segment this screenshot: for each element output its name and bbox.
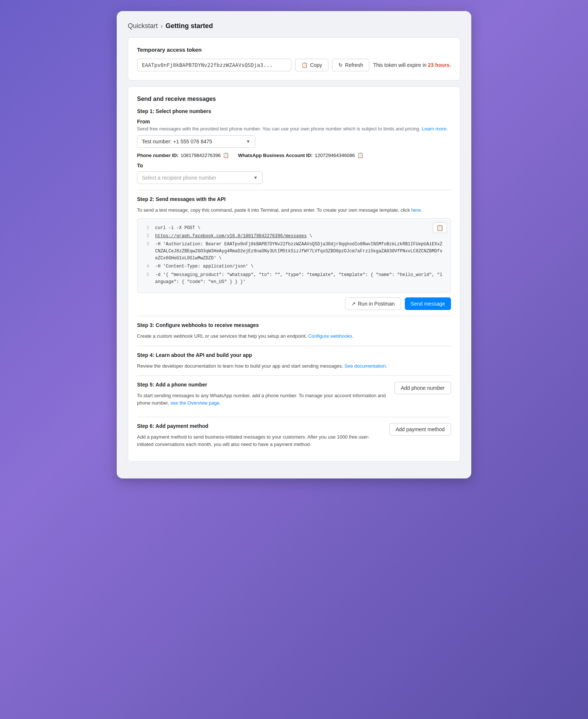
divider-1 (137, 190, 451, 190)
step3-desc: Create a custom webhook URL or use servi… (137, 333, 451, 340)
divider-4 (137, 375, 451, 376)
code-block: 📋 1 curl -i -X POST \ 2 https://graph.fa… (137, 218, 451, 293)
code-line-2: 2 https://graph.facebook.com/v16.0/10817… (143, 233, 445, 240)
action-row: ↗ Run in Postman Send message (137, 297, 451, 310)
step5-content: Step 5: Add a phone number To start send… (137, 382, 389, 411)
step5-row: Step 5: Add a phone number To start send… (137, 382, 451, 411)
code-copy-button[interactable]: 📋 (433, 222, 447, 233)
step2-title: Step 2: Send messages with the API (137, 196, 451, 202)
token-expiry: This token will expire in 23 hours. (373, 62, 451, 68)
copy-label: Copy (310, 62, 322, 68)
phone-id-row: Phone number ID: 108179842276396 📋 Whats… (137, 152, 451, 158)
send-section-title: Send and receive messages (137, 96, 451, 102)
step1-title: Step 1: Select phone numbers (137, 108, 451, 114)
token-input[interactable] (137, 59, 291, 71)
step3-title: Step 3: Configure webhooks to receive me… (137, 322, 451, 328)
from-dropdown[interactable]: Test number: +1 555 076 8475 ▼ (137, 135, 255, 148)
here-link[interactable]: here. (411, 207, 422, 213)
step6-title: Step 6: Add payment method (137, 423, 383, 429)
main-card: Quickstart › Getting started Temporary a… (117, 11, 471, 478)
code-line-5: 5 -d '{ "messaging_product": "whatsapp",… (143, 272, 445, 286)
to-label: To (137, 163, 451, 168)
add-phone-number-button[interactable]: Add phone number (394, 382, 451, 394)
to-section: To Select a recipient phone number ▼ (137, 163, 451, 184)
step5-title: Step 5: Add a phone number (137, 382, 389, 388)
step6-action: Add payment method (389, 423, 451, 436)
waba-label: WhatsApp Business Account ID: (238, 153, 312, 158)
step6-desc: Add a payment method to send business-in… (137, 433, 383, 448)
see-documentation-link[interactable]: See documentation. (345, 363, 387, 369)
copy-icon: 📋 (301, 62, 308, 68)
token-row: 📋 Copy ↻ Refresh This token will expire … (137, 59, 451, 71)
step6-row: Step 6: Add payment method Add a payment… (137, 423, 451, 452)
step5-desc: To start sending messages to any WhatsAp… (137, 392, 389, 406)
chevron-down-icon: ▼ (246, 139, 250, 144)
refresh-label: Refresh (345, 62, 363, 68)
run-in-postman-button[interactable]: ↗ Run in Postman (345, 297, 401, 310)
from-dropdown-value: Test number: +1 555 076 8475 (142, 139, 212, 144)
phone-id-value: 108179842276396 (181, 153, 220, 158)
step5-action: Add phone number (394, 382, 451, 394)
configure-webhooks-link[interactable]: Configure webhooks. (308, 333, 353, 339)
step2-desc: To send a test message, copy this comman… (137, 207, 451, 214)
breadcrumb-current: Getting started (165, 22, 213, 30)
step4-title: Step 4: Learn about the API and build yo… (137, 352, 451, 358)
add-payment-method-button[interactable]: Add payment method (389, 423, 451, 436)
step4-desc: Review the developer documentation to le… (137, 362, 451, 370)
refresh-icon: ↻ (338, 62, 343, 68)
waba-copy-icon[interactable]: 📋 (357, 152, 363, 158)
token-card-title: Temporary access token (137, 47, 451, 53)
from-desc: Send free messages with the provided tes… (137, 126, 451, 132)
waba-item: WhatsApp Business Account ID: 1207294643… (238, 152, 363, 158)
code-line-3: 3 -H 'Authorization: Bearer EAATpv0nFj8k… (143, 241, 445, 262)
copy-button[interactable]: 📋 Copy (295, 59, 328, 71)
divider-3 (137, 346, 451, 346)
breadcrumb-parent[interactable]: Quickstart (128, 22, 158, 30)
breadcrumb-separator: › (161, 23, 163, 30)
external-link-icon: ↗ (351, 301, 356, 307)
divider-5 (137, 417, 451, 417)
phone-id-label: Phone number ID: (137, 153, 178, 158)
step6-content: Step 6: Add payment method Add a payment… (137, 423, 383, 452)
waba-value: 120729464346086 (315, 153, 355, 158)
refresh-button[interactable]: ↻ Refresh (332, 59, 369, 71)
to-placeholder: Select a recipient phone number (142, 175, 216, 181)
phone-id-copy-icon[interactable]: 📋 (223, 152, 229, 158)
breadcrumb: Quickstart › Getting started (128, 22, 460, 30)
phone-id-item: Phone number ID: 108179842276396 📋 (137, 152, 229, 158)
code-line-1: 1 curl -i -X POST \ (143, 225, 445, 232)
divider-2 (137, 316, 451, 316)
chevron-down-icon-to: ▼ (253, 175, 258, 180)
from-label: From (137, 119, 451, 125)
learn-more-link[interactable]: Learn more. (422, 126, 448, 132)
send-message-button[interactable]: Send message (405, 297, 451, 310)
expiry-highlight: 23 hours. (428, 62, 451, 68)
code-line-4: 4 -H 'Content-Type: application/json' \ (143, 263, 445, 270)
expiry-text: This token will expire in (373, 62, 427, 68)
overview-page-link[interactable]: see the Overview page. (170, 400, 221, 406)
to-dropdown[interactable]: Select a recipient phone number ▼ (137, 171, 263, 184)
send-receive-card: Send and receive messages Step 1: Select… (128, 86, 460, 461)
token-card: Temporary access token 📋 Copy ↻ Refresh … (128, 37, 460, 81)
